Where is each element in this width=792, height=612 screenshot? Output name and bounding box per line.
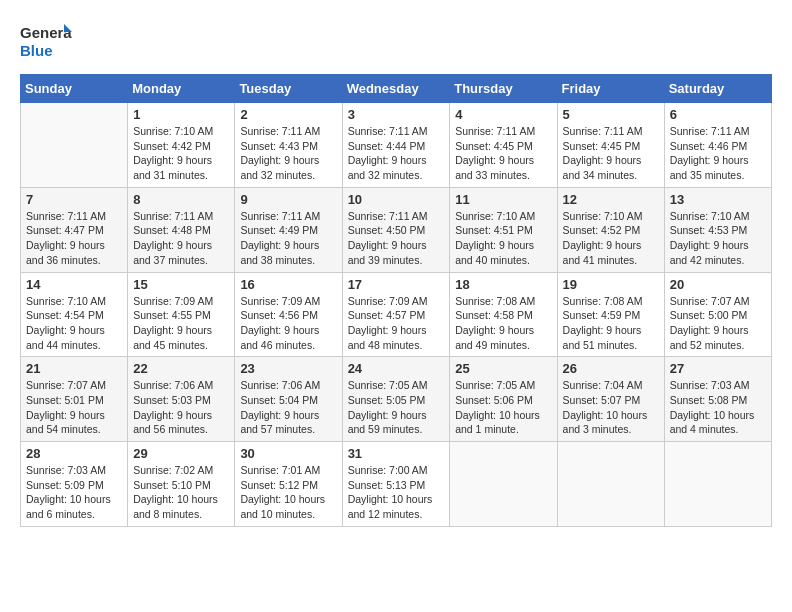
day-number: 23 [240, 361, 336, 376]
calendar-cell: 16Sunrise: 7:09 AM Sunset: 4:56 PM Dayli… [235, 272, 342, 357]
day-info: Sunrise: 7:06 AM Sunset: 5:04 PM Dayligh… [240, 378, 336, 437]
calendar-cell: 1Sunrise: 7:10 AM Sunset: 4:42 PM Daylig… [128, 103, 235, 188]
week-row-4: 21Sunrise: 7:07 AM Sunset: 5:01 PM Dayli… [21, 357, 772, 442]
day-number: 16 [240, 277, 336, 292]
day-info: Sunrise: 7:00 AM Sunset: 5:13 PM Dayligh… [348, 463, 445, 522]
day-info: Sunrise: 7:07 AM Sunset: 5:00 PM Dayligh… [670, 294, 766, 353]
calendar-cell: 9Sunrise: 7:11 AM Sunset: 4:49 PM Daylig… [235, 187, 342, 272]
calendar-cell: 11Sunrise: 7:10 AM Sunset: 4:51 PM Dayli… [450, 187, 557, 272]
calendar-cell: 8Sunrise: 7:11 AM Sunset: 4:48 PM Daylig… [128, 187, 235, 272]
day-number: 22 [133, 361, 229, 376]
calendar-cell: 20Sunrise: 7:07 AM Sunset: 5:00 PM Dayli… [664, 272, 771, 357]
day-info: Sunrise: 7:11 AM Sunset: 4:47 PM Dayligh… [26, 209, 122, 268]
week-row-1: 1Sunrise: 7:10 AM Sunset: 4:42 PM Daylig… [21, 103, 772, 188]
day-number: 21 [26, 361, 122, 376]
day-info: Sunrise: 7:08 AM Sunset: 4:58 PM Dayligh… [455, 294, 551, 353]
day-info: Sunrise: 7:11 AM Sunset: 4:45 PM Dayligh… [563, 124, 659, 183]
weekday-header-wednesday: Wednesday [342, 75, 450, 103]
calendar-cell: 3Sunrise: 7:11 AM Sunset: 4:44 PM Daylig… [342, 103, 450, 188]
calendar-cell: 5Sunrise: 7:11 AM Sunset: 4:45 PM Daylig… [557, 103, 664, 188]
day-info: Sunrise: 7:11 AM Sunset: 4:45 PM Dayligh… [455, 124, 551, 183]
day-info: Sunrise: 7:06 AM Sunset: 5:03 PM Dayligh… [133, 378, 229, 437]
calendar-cell: 26Sunrise: 7:04 AM Sunset: 5:07 PM Dayli… [557, 357, 664, 442]
logo: General Blue [20, 20, 72, 64]
day-number: 10 [348, 192, 445, 207]
day-number: 4 [455, 107, 551, 122]
day-info: Sunrise: 7:11 AM Sunset: 4:49 PM Dayligh… [240, 209, 336, 268]
calendar-cell [450, 442, 557, 527]
day-number: 30 [240, 446, 336, 461]
calendar-cell: 10Sunrise: 7:11 AM Sunset: 4:50 PM Dayli… [342, 187, 450, 272]
day-info: Sunrise: 7:11 AM Sunset: 4:46 PM Dayligh… [670, 124, 766, 183]
day-number: 7 [26, 192, 122, 207]
day-number: 3 [348, 107, 445, 122]
day-number: 17 [348, 277, 445, 292]
calendar-cell: 15Sunrise: 7:09 AM Sunset: 4:55 PM Dayli… [128, 272, 235, 357]
calendar-cell [557, 442, 664, 527]
week-row-5: 28Sunrise: 7:03 AM Sunset: 5:09 PM Dayli… [21, 442, 772, 527]
day-number: 12 [563, 192, 659, 207]
day-number: 29 [133, 446, 229, 461]
calendar-cell: 2Sunrise: 7:11 AM Sunset: 4:43 PM Daylig… [235, 103, 342, 188]
logo-icon: General Blue [20, 20, 72, 64]
logo-wrap: General Blue [20, 20, 72, 64]
day-number: 14 [26, 277, 122, 292]
day-info: Sunrise: 7:11 AM Sunset: 4:43 PM Dayligh… [240, 124, 336, 183]
day-number: 27 [670, 361, 766, 376]
day-info: Sunrise: 7:05 AM Sunset: 5:05 PM Dayligh… [348, 378, 445, 437]
svg-text:Blue: Blue [20, 42, 53, 59]
day-info: Sunrise: 7:10 AM Sunset: 4:42 PM Dayligh… [133, 124, 229, 183]
day-info: Sunrise: 7:11 AM Sunset: 4:50 PM Dayligh… [348, 209, 445, 268]
week-row-3: 14Sunrise: 7:10 AM Sunset: 4:54 PM Dayli… [21, 272, 772, 357]
weekday-header-row: SundayMondayTuesdayWednesdayThursdayFrid… [21, 75, 772, 103]
calendar-cell [664, 442, 771, 527]
day-info: Sunrise: 7:05 AM Sunset: 5:06 PM Dayligh… [455, 378, 551, 437]
day-number: 8 [133, 192, 229, 207]
calendar-cell: 18Sunrise: 7:08 AM Sunset: 4:58 PM Dayli… [450, 272, 557, 357]
calendar-cell: 25Sunrise: 7:05 AM Sunset: 5:06 PM Dayli… [450, 357, 557, 442]
page-container: General Blue SundayMondayTuesdayWednesda… [20, 20, 772, 527]
calendar-cell: 13Sunrise: 7:10 AM Sunset: 4:53 PM Dayli… [664, 187, 771, 272]
calendar-cell: 30Sunrise: 7:01 AM Sunset: 5:12 PM Dayli… [235, 442, 342, 527]
calendar-cell: 14Sunrise: 7:10 AM Sunset: 4:54 PM Dayli… [21, 272, 128, 357]
calendar-cell: 23Sunrise: 7:06 AM Sunset: 5:04 PM Dayli… [235, 357, 342, 442]
header: General Blue [20, 20, 772, 64]
calendar-cell: 17Sunrise: 7:09 AM Sunset: 4:57 PM Dayli… [342, 272, 450, 357]
day-number: 25 [455, 361, 551, 376]
day-info: Sunrise: 7:03 AM Sunset: 5:09 PM Dayligh… [26, 463, 122, 522]
calendar-cell: 4Sunrise: 7:11 AM Sunset: 4:45 PM Daylig… [450, 103, 557, 188]
day-info: Sunrise: 7:02 AM Sunset: 5:10 PM Dayligh… [133, 463, 229, 522]
day-info: Sunrise: 7:07 AM Sunset: 5:01 PM Dayligh… [26, 378, 122, 437]
day-info: Sunrise: 7:08 AM Sunset: 4:59 PM Dayligh… [563, 294, 659, 353]
day-number: 13 [670, 192, 766, 207]
calendar-cell: 6Sunrise: 7:11 AM Sunset: 4:46 PM Daylig… [664, 103, 771, 188]
day-info: Sunrise: 7:01 AM Sunset: 5:12 PM Dayligh… [240, 463, 336, 522]
week-row-2: 7Sunrise: 7:11 AM Sunset: 4:47 PM Daylig… [21, 187, 772, 272]
day-number: 19 [563, 277, 659, 292]
weekday-header-tuesday: Tuesday [235, 75, 342, 103]
calendar-cell: 21Sunrise: 7:07 AM Sunset: 5:01 PM Dayli… [21, 357, 128, 442]
calendar-cell: 7Sunrise: 7:11 AM Sunset: 4:47 PM Daylig… [21, 187, 128, 272]
calendar-cell: 31Sunrise: 7:00 AM Sunset: 5:13 PM Dayli… [342, 442, 450, 527]
weekday-header-saturday: Saturday [664, 75, 771, 103]
calendar-cell [21, 103, 128, 188]
day-number: 5 [563, 107, 659, 122]
calendar-cell: 12Sunrise: 7:10 AM Sunset: 4:52 PM Dayli… [557, 187, 664, 272]
day-number: 9 [240, 192, 336, 207]
day-info: Sunrise: 7:10 AM Sunset: 4:51 PM Dayligh… [455, 209, 551, 268]
calendar-cell: 28Sunrise: 7:03 AM Sunset: 5:09 PM Dayli… [21, 442, 128, 527]
day-number: 11 [455, 192, 551, 207]
calendar-cell: 19Sunrise: 7:08 AM Sunset: 4:59 PM Dayli… [557, 272, 664, 357]
day-number: 24 [348, 361, 445, 376]
day-info: Sunrise: 7:09 AM Sunset: 4:56 PM Dayligh… [240, 294, 336, 353]
calendar-cell: 27Sunrise: 7:03 AM Sunset: 5:08 PM Dayli… [664, 357, 771, 442]
day-info: Sunrise: 7:10 AM Sunset: 4:54 PM Dayligh… [26, 294, 122, 353]
day-number: 26 [563, 361, 659, 376]
day-info: Sunrise: 7:11 AM Sunset: 4:44 PM Dayligh… [348, 124, 445, 183]
day-info: Sunrise: 7:09 AM Sunset: 4:55 PM Dayligh… [133, 294, 229, 353]
calendar-cell: 29Sunrise: 7:02 AM Sunset: 5:10 PM Dayli… [128, 442, 235, 527]
calendar-cell: 24Sunrise: 7:05 AM Sunset: 5:05 PM Dayli… [342, 357, 450, 442]
day-info: Sunrise: 7:10 AM Sunset: 4:53 PM Dayligh… [670, 209, 766, 268]
day-info: Sunrise: 7:09 AM Sunset: 4:57 PM Dayligh… [348, 294, 445, 353]
day-info: Sunrise: 7:10 AM Sunset: 4:52 PM Dayligh… [563, 209, 659, 268]
